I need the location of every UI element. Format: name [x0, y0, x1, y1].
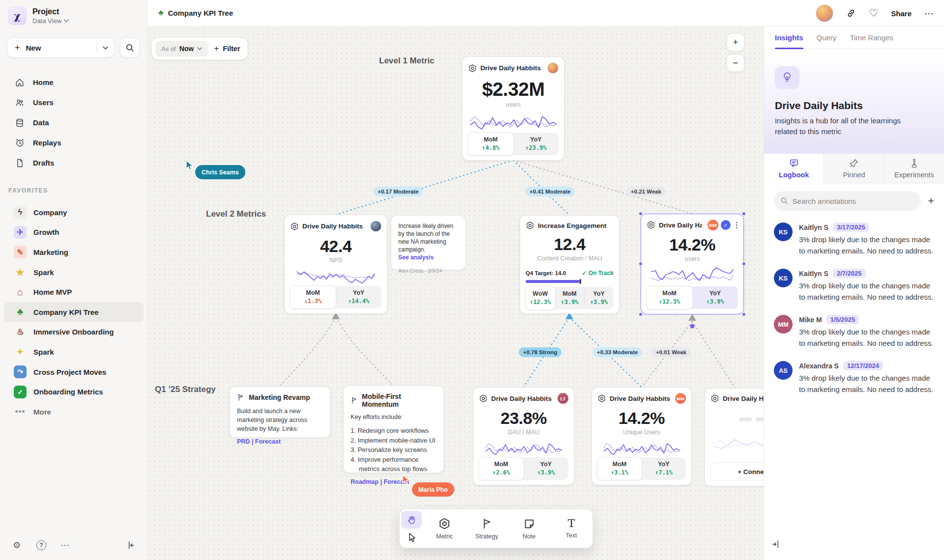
sidebar-item-home[interactable]: Home [0, 72, 148, 92]
share-button[interactable]: Share [891, 9, 912, 18]
stat-yoy[interactable]: YoY ↑14.4% [336, 286, 382, 308]
filter-button[interactable]: + Filter [214, 44, 240, 54]
stat-yoy[interactable]: YoY ↑3.9% [692, 286, 738, 309]
stat-mom[interactable]: MoM ↑4.8% [468, 132, 514, 156]
annotation-item[interactable]: AS Alexandra S 12/17/2024 3% drop likely… [774, 361, 934, 395]
metric-card-dau[interactable]: Drive Daily Habbits LT 23.8% DAU / MAU M… [473, 387, 574, 485]
stat-mom[interactable]: MoM ↑3.9% [555, 287, 585, 309]
search-button[interactable] [120, 38, 140, 57]
metric-hexagon-icon [710, 394, 719, 403]
metric-card-unique-users[interactable]: Drive Daily Habbits MM 14.2% Unique User… [591, 387, 692, 485]
text-tool-button[interactable]: T Text [550, 509, 592, 548]
add-annotation-button[interactable]: + [928, 195, 934, 207]
sidebar-item-more[interactable]: •••More [4, 402, 144, 422]
collaborator-cursor-chris: Chris Seams [195, 165, 245, 179]
sidebar-item-replays[interactable]: Replays [0, 133, 148, 153]
sidebar-item-data[interactable]: Data [0, 112, 148, 133]
strategy-tool-button[interactable]: Strategy [466, 509, 508, 548]
tab-insights[interactable]: Insights [775, 27, 803, 49]
note-author: Alex Cress - 3/9/24 [398, 268, 458, 274]
collapse-sidebar-icon[interactable] [124, 538, 138, 552]
sidebar-item-immersive-onboarding[interactable]: ♨Immersive Onboarding [4, 322, 144, 342]
app-logo-icon[interactable]: χ [8, 6, 27, 25]
strategy-note-mobile[interactable]: Mobile-First Momentum Key efforts includ… [343, 386, 444, 473]
annotation-text: 3% drop likely due to the changes made t… [799, 280, 938, 303]
new-button[interactable]: + New [7, 38, 114, 57]
stat-yoy[interactable]: YoY ↑3.9% [524, 457, 568, 480]
metric-tool-button[interactable]: Metric [423, 509, 466, 548]
more-options-icon[interactable]: ⋯ [58, 538, 72, 552]
level1-section-label: Level 1 Metric [379, 56, 434, 66]
analysis-note[interactable]: Increase likely driven by the launch of … [391, 215, 466, 270]
annotation-search-input[interactable] [793, 197, 914, 205]
sidebar-item-spark[interactable]: ★Spark [4, 262, 144, 282]
kebab-menu-icon[interactable]: ⋮ [733, 224, 738, 226]
selection-handle[interactable] [639, 262, 643, 266]
collaborator-badge: MM [675, 393, 686, 404]
stat-wow[interactable]: WoW ↑12.3% [525, 286, 556, 310]
metric-card-level1[interactable]: Drive Daily Habbits $2.32M users MoM ↑4.… [462, 56, 564, 161]
metric-card-nps[interactable]: Drive Daily Habbits 42.4 NPS MoM ↓1.3% Y… [284, 215, 387, 314]
sidebar-item-company-kpi-tree[interactable]: ♣Company KPI Tree [4, 302, 144, 322]
subtab-logbook[interactable]: Logbook [764, 154, 824, 183]
see-analysis-link[interactable]: See analysis [398, 253, 458, 261]
metric-unit: DAU / MAU [479, 429, 568, 436]
sidebar-item-marketing[interactable]: ✎Marketing [4, 242, 144, 262]
copy-link-icon[interactable] [846, 8, 856, 18]
subtab-experiments[interactable]: Experiments [884, 154, 944, 183]
owner-avatar[interactable] [370, 221, 382, 232]
help-icon[interactable]: ? [34, 538, 48, 552]
favorite-heart-icon[interactable]: ♡ [869, 7, 878, 19]
stat-mom[interactable]: MoM ↑3.1% [597, 457, 642, 480]
zoom-in-button[interactable]: + [727, 33, 744, 51]
annotation-item[interactable]: MM Mike M 1/5/2025 3% drop likely due to… [774, 315, 934, 349]
selection-handle[interactable] [639, 212, 643, 216]
sidebar-item-growth[interactable]: ✈Growth [4, 223, 144, 243]
selection-handle[interactable] [742, 312, 746, 316]
sidebar-item-home-mvp[interactable]: ⌂Home MVP [4, 282, 144, 302]
user-avatar[interactable] [816, 4, 833, 22]
stat-yoy[interactable]: YoY ↑23.9% [513, 133, 559, 155]
tab-time-ranges[interactable]: Time Ranges [850, 27, 893, 49]
edge-label: +0.41 Moderate [525, 187, 575, 196]
selection-handle[interactable] [639, 312, 643, 316]
strategy-note-marketing[interactable]: Marketing Revamp Build and launch a new … [230, 387, 330, 438]
sidebar-item-spark-2[interactable]: ✦Spark [4, 342, 144, 362]
subtab-pinned[interactable]: Pinned [824, 154, 884, 183]
collapse-panel-icon[interactable] [771, 539, 781, 551]
tab-query[interactable]: Query [817, 27, 837, 49]
annotation-item[interactable]: KS Kaitlyn S 3/17/2025 3% drop likely du… [774, 223, 934, 256]
note-tool-button[interactable]: Note [508, 509, 550, 548]
kpi-tree-canvas[interactable]: As of Now + Filter + − Level 1 Metric Le… [148, 27, 764, 560]
logbook-icon [789, 158, 799, 168]
project-view-switcher[interactable]: Data View [32, 17, 69, 25]
stat-mom[interactable]: MoM ↑12.3% [646, 286, 693, 309]
prd-forecast-links[interactable]: PRD | Forecast [237, 438, 323, 445]
hand-tool-button[interactable] [401, 511, 422, 529]
level2-section-label: Level 2 Metrics [206, 209, 266, 219]
owner-avatar[interactable] [547, 62, 559, 74]
zoom-out-button[interactable]: − [727, 54, 744, 72]
metric-card-selected[interactable]: Drive Daily Habb.. MM ✓ ⋮ 14.2% users Mo… [641, 214, 744, 314]
selection-handle[interactable] [742, 262, 746, 266]
stat-mom[interactable]: MoM ↑2.6% [478, 457, 524, 480]
stat-yoy[interactable]: YoY ↑7.1% [642, 457, 686, 480]
sidebar-item-onboarding-metrics[interactable]: ✓Onboarding Metrics [4, 382, 144, 402]
select-tool-button[interactable] [401, 529, 422, 546]
new-dropdown-button[interactable] [97, 46, 114, 50]
connect-button[interactable]: + Connect [710, 462, 764, 481]
sidebar-item-company[interactable]: ϟCompany [4, 202, 144, 223]
sidebar-item-cross-project-moves[interactable]: ↷Cross Project Moves [4, 362, 144, 382]
selection-handle[interactable] [742, 212, 746, 216]
sidebar-item-users[interactable]: Users [0, 92, 148, 112]
annotation-item[interactable]: KS Kaitlyn S 2/7/2025 3% drop likely due… [774, 269, 934, 303]
stat-yoy[interactable]: YoY ↑3.9% [584, 287, 614, 309]
settings-gear-icon[interactable]: ⚙ [10, 538, 24, 552]
metric-card-empty[interactable]: Drive Daily Hab + Connect [705, 388, 764, 486]
metric-card-engagement[interactable]: Increase Engagement 12.4 Content Creatio… [520, 215, 620, 314]
menu-dots-icon[interactable]: ⋯ [924, 8, 934, 19]
asof-dropdown[interactable]: As of Now [155, 41, 208, 56]
sidebar-item-drafts[interactable]: Drafts [0, 153, 148, 173]
stat-mom[interactable]: MoM ↓1.3% [290, 285, 336, 309]
annotation-search[interactable] [774, 191, 921, 211]
